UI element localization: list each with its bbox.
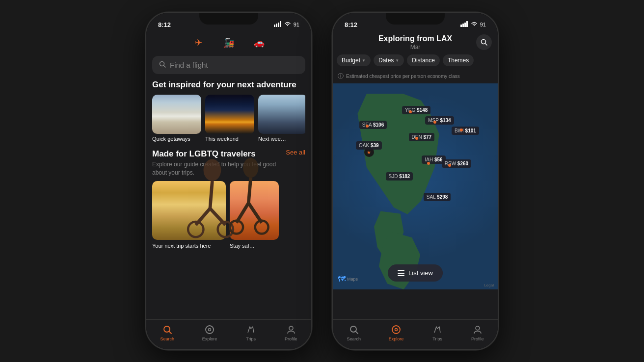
right-nav-explore-icon: [390, 324, 402, 336]
right-phone: 8:12: [332, 12, 499, 350]
right-wifi-icon: [470, 21, 478, 28]
svg-line-8: [210, 181, 212, 208]
airport-rsw[interactable]: RSW $260: [442, 159, 471, 168]
left-phone-screen: 8:12: [146, 13, 311, 349]
map-container[interactable]: ★ YEG $148 SEA $106 MSP $134 BWI $101: [333, 83, 498, 289]
right-nav-profile-label: Profile: [471, 336, 484, 341]
lgbtq-images-row: [152, 181, 305, 240]
nav-trips-label: Trips: [246, 336, 256, 341]
airport-bwi[interactable]: BWI $101: [452, 127, 479, 135]
info-text: Estimated cheapest price per person econ…: [346, 74, 460, 79]
nav-profile-icon: [285, 324, 297, 336]
right-nav-explore[interactable]: Explore: [389, 324, 404, 341]
nav-profile-label: Profile: [285, 336, 297, 341]
explore-header: Exploring from LAX Mar: [333, 32, 498, 54]
map-dot-yeg: [409, 110, 412, 113]
map-background: ★ YEG $148 SEA $106 MSP $134 BWI $101: [333, 83, 498, 289]
nav-trips[interactable]: Trips: [245, 324, 257, 341]
right-status-icons: 91: [460, 21, 486, 28]
airport-sal[interactable]: SAL $298: [424, 193, 451, 201]
nav-search-icon: [161, 324, 173, 336]
info-icon: ⓘ: [338, 72, 344, 80]
budget-arrow: ▼: [362, 58, 366, 63]
nav-search[interactable]: Search: [160, 324, 174, 341]
airport-den[interactable]: DEN $77: [409, 133, 435, 141]
lgbtq-section: Made for LGBTQ travelers Explore our gui…: [146, 149, 311, 249]
map-dot-iah: [427, 162, 430, 165]
right-signal-icon: [460, 21, 468, 28]
right-nav-explore-label: Explore: [389, 336, 404, 341]
svg-rect-32: [398, 275, 404, 276]
filter-tabs: Budget ▼ Dates ▼ Distance Themes: [333, 54, 498, 70]
list-view-button[interactable]: List view: [388, 264, 443, 282]
maps-badge: 🗺 Maps: [338, 275, 358, 284]
nav-search-label: Search: [160, 336, 174, 341]
maps-logo: 🗺: [338, 275, 346, 284]
left-bottom-nav: Search Explore Trips: [146, 319, 311, 349]
explore-title: Exploring from LAX: [339, 34, 492, 43]
airport-yeg[interactable]: YEG $148: [402, 106, 430, 114]
nav-explore-label: Explore: [202, 336, 217, 341]
left-phone: 8:12: [145, 12, 312, 350]
svg-rect-25: [462, 24, 464, 27]
right-phone-screen: 8:12: [333, 13, 498, 349]
right-bottom-nav: Search Explore Trips: [333, 319, 498, 349]
airport-msp[interactable]: MSP $134: [425, 116, 454, 125]
nav-trips-icon: [245, 324, 257, 336]
right-status-time: 8:12: [345, 21, 357, 28]
right-battery-text: 91: [480, 22, 486, 27]
svg-rect-24: [460, 25, 462, 27]
right-nav-profile[interactable]: Profile: [471, 324, 484, 341]
svg-rect-27: [466, 21, 468, 27]
right-nav-profile-icon: [472, 324, 483, 336]
right-nav-search[interactable]: Search: [347, 324, 361, 341]
dates-arrow: ▼: [395, 58, 399, 63]
map-dot-rsw: [448, 164, 451, 167]
info-bar: ⓘ Estimated cheapest price per person ec…: [333, 70, 498, 83]
airport-sjd[interactable]: SJD $182: [386, 172, 413, 181]
maps-label: Maps: [347, 277, 358, 282]
svg-line-34: [355, 332, 358, 334]
svg-rect-30: [398, 270, 404, 271]
explore-subtitle: Mar: [339, 44, 492, 51]
street-scene: [152, 181, 226, 240]
right-nav-trips[interactable]: Trips: [431, 324, 443, 341]
right-status-bar: 8:12: [333, 13, 498, 32]
right-nav-trips-icon: [431, 324, 443, 336]
svg-point-21: [206, 326, 214, 334]
svg-point-37: [476, 326, 480, 330]
filter-tab-themes[interactable]: Themes: [443, 54, 474, 66]
right-nav-search-icon: [348, 324, 360, 336]
right-nav-trips-label: Trips: [432, 336, 442, 341]
svg-rect-26: [464, 23, 466, 27]
filter-tab-dates[interactable]: Dates ▼: [374, 54, 404, 66]
map-dot-msp: [433, 121, 436, 124]
lgbtq-img-1[interactable]: [152, 181, 226, 240]
nav-explore[interactable]: Explore: [202, 324, 217, 341]
list-view-label: List view: [408, 269, 433, 277]
legal-text: Legal: [484, 283, 494, 287]
svg-point-35: [392, 326, 400, 334]
airport-sea[interactable]: SEA $106: [359, 121, 387, 129]
nav-explore-icon: [204, 324, 215, 336]
airport-oak[interactable]: OAK $39: [356, 141, 382, 150]
phones-container: 8:12: [145, 12, 499, 350]
svg-point-23: [289, 326, 293, 330]
svg-line-29: [485, 44, 487, 46]
right-nav-search-label: Search: [347, 336, 361, 341]
svg-rect-31: [398, 273, 404, 274]
svg-point-36: [395, 329, 398, 331]
filter-tab-budget[interactable]: Budget ▼: [337, 54, 371, 66]
explore-search-button[interactable]: [476, 34, 492, 50]
svg-point-22: [209, 329, 211, 331]
nav-profile[interactable]: Profile: [285, 324, 297, 341]
svg-line-20: [169, 332, 171, 334]
filter-tab-distance[interactable]: Distance: [407, 54, 440, 66]
